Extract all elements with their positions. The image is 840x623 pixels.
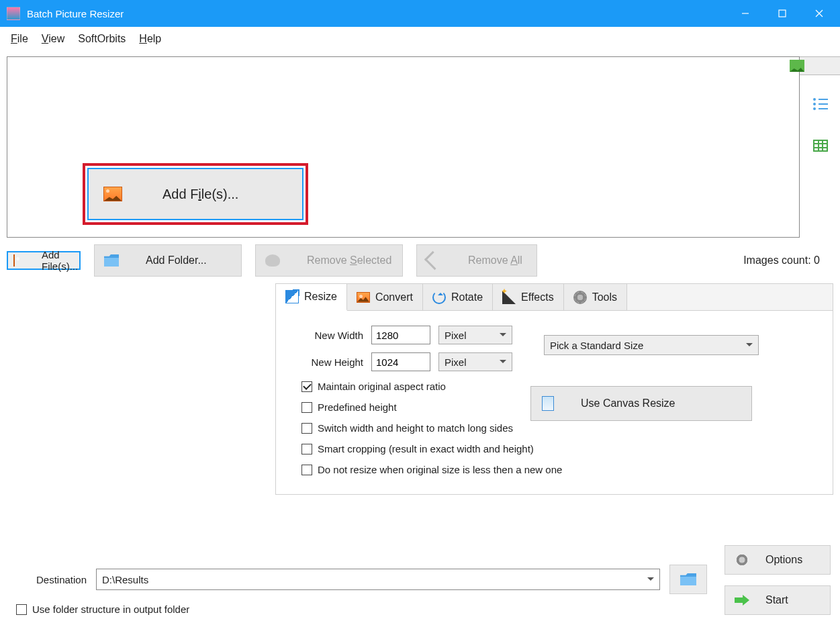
options-button[interactable]: Options	[725, 545, 831, 575]
menubar: File View SoftOrbits Help	[0, 27, 840, 51]
list-icon	[813, 98, 828, 110]
add-folder-button[interactable]: Add Folder...	[94, 244, 242, 277]
checkbox-icon	[301, 465, 312, 475]
picture-icon	[357, 292, 370, 303]
resize-tab-body: New Width Pixel New Height Pixel Pick a …	[276, 311, 833, 494]
new-width-label: New Width	[296, 330, 363, 341]
browse-button[interactable]	[669, 565, 707, 594]
picture-icon	[13, 254, 15, 267]
destination-combo[interactable]: D:\Results	[96, 569, 660, 590]
eraser-icon	[265, 254, 280, 267]
height-unit-select[interactable]: Pixel	[438, 352, 512, 371]
checkbox-icon	[301, 423, 312, 434]
canvas-resize-button[interactable]: Use Canvas Resize	[530, 386, 752, 421]
settings-panel: Resize Convert Rotate Effects Tools New …	[275, 283, 833, 495]
menu-file[interactable]: File	[4, 30, 35, 48]
tab-convert[interactable]: Convert	[347, 284, 423, 310]
thumbnails-icon	[790, 60, 804, 72]
images-count-label: Images count: 0	[743, 254, 820, 267]
tabstrip: Resize Convert Rotate Effects Tools	[276, 284, 833, 311]
remove-all-button[interactable]: Remove All	[416, 244, 537, 277]
window-title: Batch Picture Resizer	[27, 8, 124, 19]
arrow-right-icon	[735, 595, 749, 606]
add-file-label: Add File(s)...	[42, 249, 78, 272]
add-folder-label: Add Folder...	[146, 254, 207, 267]
switch-wh-row[interactable]: Switch width and height to match long si…	[301, 422, 819, 434]
tab-effects[interactable]: Effects	[493, 284, 564, 310]
rotate-icon	[432, 291, 446, 304]
menu-view[interactable]: View	[35, 30, 71, 48]
chevron-down-icon	[500, 360, 506, 367]
view-grid-button[interactable]	[808, 133, 833, 158]
view-list-button[interactable]	[808, 91, 833, 117]
preview-area[interactable]: Add File(s)...	[7, 56, 800, 238]
destination-row: Destination D:\Results	[9, 565, 831, 594]
titlebar: Batch Picture Resizer	[0, 0, 840, 27]
minimize-button[interactable]	[727, 0, 763, 27]
maximize-button[interactable]	[763, 0, 800, 27]
add-file-button[interactable]: Add File(s)...	[7, 251, 81, 270]
canvas-icon	[542, 396, 554, 411]
close-button[interactable]	[800, 0, 837, 27]
tab-tools[interactable]: Tools	[564, 284, 627, 310]
new-height-label: New Height	[296, 356, 363, 368]
checkbox-icon	[301, 444, 312, 454]
tab-rotate[interactable]: Rotate	[423, 284, 493, 310]
no-upscale-row[interactable]: Do not resize when original size is less…	[301, 464, 819, 475]
chevron-down-icon	[647, 577, 654, 584]
menu-softorbits[interactable]: SoftOrbits	[71, 30, 132, 48]
folder-icon	[104, 254, 119, 267]
view-mode-strip	[808, 56, 833, 238]
add-file-big-button[interactable]: Add File(s)...	[87, 168, 304, 220]
smart-cropping-row[interactable]: Smart cropping (result in exact width an…	[301, 443, 819, 454]
folder-icon	[680, 573, 696, 585]
use-folder-structure-row[interactable]: Use folder structure in output folder	[16, 604, 831, 615]
new-width-input[interactable]	[371, 326, 430, 344]
picture-icon	[103, 187, 122, 201]
new-height-input[interactable]	[371, 352, 430, 371]
menu-help[interactable]: Help	[132, 30, 168, 48]
destination-label: Destination	[9, 574, 87, 585]
remove-selected-button[interactable]: Remove Selected	[255, 244, 403, 277]
standard-size-select[interactable]: Pick a Standard Size	[544, 335, 759, 355]
wand-icon	[502, 291, 516, 304]
file-toolbar: Add File(s)... Add Folder... Remove Sele…	[0, 238, 840, 277]
checkbox-icon	[16, 604, 27, 615]
checkbox-icon	[301, 381, 312, 392]
width-unit-select[interactable]: Pixel	[438, 326, 512, 344]
standard-size-wrap: Pick a Standard Size	[544, 335, 759, 355]
grid-icon	[813, 140, 828, 152]
app-icon	[7, 7, 20, 20]
back-icon	[424, 251, 443, 270]
gear-icon	[735, 553, 749, 567]
resize-icon	[285, 290, 299, 303]
start-button[interactable]: Start	[725, 585, 831, 615]
svg-rect-1	[779, 10, 786, 17]
chevron-down-icon	[746, 343, 753, 350]
add-file-highlight: Add File(s)...	[83, 163, 308, 225]
chevron-down-icon	[500, 333, 506, 340]
checkbox-icon	[301, 402, 312, 413]
destination-value: D:\Results	[102, 574, 148, 585]
tab-resize[interactable]: Resize	[276, 284, 347, 311]
gear-icon	[573, 291, 587, 304]
